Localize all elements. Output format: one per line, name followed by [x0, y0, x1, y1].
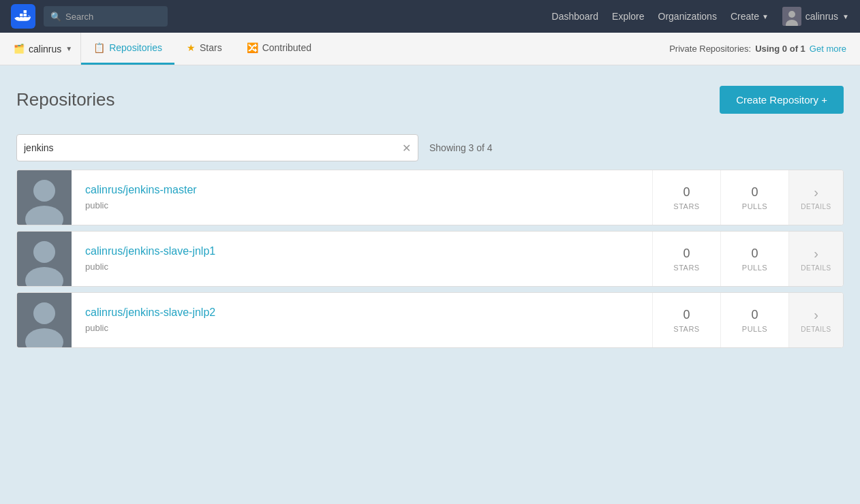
repo-info: calinrus/jenkins-slave-jnlp2 public: [72, 296, 652, 345]
repo-pulls-stat: 0 PULLS: [720, 170, 788, 225]
nav-explore[interactable]: Explore: [612, 11, 644, 22]
repo-tab-label: Repositories: [109, 42, 162, 53]
pulls-label: PULLS: [742, 264, 767, 272]
repo-avatar: [17, 232, 72, 286]
search-input[interactable]: [65, 12, 161, 22]
repo-stars-stat: 0 STARS: [652, 232, 720, 286]
docker-logo[interactable]: [11, 4, 35, 29]
svg-point-13: [33, 241, 55, 263]
repo-visibility: public: [85, 200, 108, 210]
repo-avatar: [17, 170, 72, 225]
chevron-right-icon: ›: [814, 185, 818, 200]
nav-dashboard[interactable]: Dashboard: [552, 11, 599, 22]
repo-info: calinrus/jenkins-master public: [72, 173, 652, 222]
clear-search-icon[interactable]: ✕: [402, 142, 411, 155]
repo-details-button[interactable]: › DETAILS: [788, 293, 843, 347]
create-repository-button[interactable]: Create Repository +: [720, 86, 844, 114]
account-label: calinrus: [29, 44, 61, 54]
svg-point-10: [33, 180, 55, 202]
contributed-tab-icon: 🔀: [247, 42, 258, 53]
details-label: DETAILS: [801, 264, 831, 272]
repo-name-link[interactable]: calinrus/jenkins-master: [85, 184, 639, 196]
user-menu[interactable]: calinrus ▼: [782, 7, 849, 26]
svg-point-7: [788, 11, 795, 18]
search-icon: 🔍: [50, 12, 61, 22]
repo-visibility: public: [85, 323, 108, 333]
details-label: DETAILS: [801, 203, 831, 210]
private-repos-label: Private Repositories:: [669, 44, 751, 54]
private-repos-usage: Using 0 of 1: [755, 44, 805, 54]
chevron-right-icon: ›: [814, 246, 818, 262]
repo-avatar: [17, 293, 72, 347]
contributed-tab-label: Contributed: [262, 42, 311, 53]
chevron-right-icon: ›: [814, 307, 818, 323]
create-dropdown[interactable]: Create ▼: [731, 11, 769, 22]
table-row: calinrus/jenkins-slave-jnlp2 public 0 ST…: [16, 292, 844, 348]
sub-navigation: 🗂️ calinrus ▼ 📋 Repositories ★ Stars 🔀 C…: [0, 33, 860, 65]
private-repos-info: Private Repositories: Using 0 of 1 Get m…: [669, 33, 846, 65]
repo-info: calinrus/jenkins-slave-jnlp1 public: [72, 234, 652, 283]
repo-name-link[interactable]: calinrus/jenkins-slave-jnlp1: [85, 245, 639, 257]
repo-pulls-stat: 0 PULLS: [720, 232, 788, 286]
avatar: [782, 7, 801, 26]
sub-nav-tabs: 📋 Repositories ★ Stars 🔀 Contributed: [81, 33, 324, 65]
pulls-count: 0: [751, 308, 758, 322]
stars-count: 0: [683, 185, 690, 200]
nav-links: Dashboard Explore Organizations Create ▼…: [552, 7, 849, 26]
repo-visibility: public: [85, 262, 108, 272]
svg-rect-3: [20, 14, 22, 16]
table-row: calinrus/jenkins-slave-jnlp1 public 0 ST…: [16, 231, 844, 287]
repo-details-button[interactable]: › DETAILS: [788, 232, 843, 286]
stars-label: STARS: [673, 325, 699, 333]
repo-name-link[interactable]: calinrus/jenkins-slave-jnlp2: [85, 306, 639, 319]
tab-stars[interactable]: ★ Stars: [174, 33, 234, 65]
repo-search-input[interactable]: [24, 142, 402, 153]
svg-rect-4: [24, 14, 27, 16]
search-box[interactable]: 🔍: [44, 6, 168, 27]
top-navigation: 🔍 Dashboard Explore Organizations Create…: [0, 0, 860, 33]
account-selector[interactable]: 🗂️ calinrus ▼: [14, 33, 81, 65]
repo-stars-stat: 0 STARS: [652, 293, 720, 347]
repo-stars-stat: 0 STARS: [652, 170, 720, 225]
repo-search-box[interactable]: ✕: [16, 134, 418, 161]
stars-label: STARS: [673, 202, 699, 210]
pulls-count: 0: [751, 185, 758, 200]
stars-count: 0: [683, 247, 690, 261]
repo-tab-icon: 📋: [93, 42, 105, 53]
svg-rect-5: [24, 10, 27, 13]
showing-count: Showing 3 of 4: [429, 142, 493, 153]
username-label: calinrus: [805, 11, 838, 22]
tab-contributed[interactable]: 🔀 Contributed: [234, 33, 324, 65]
page-header: Repositories Create Repository +: [16, 86, 844, 114]
repo-pulls-stat: 0 PULLS: [720, 293, 788, 347]
repo-details-button[interactable]: › DETAILS: [788, 170, 843, 225]
main-content: Repositories Create Repository + ✕ Showi…: [0, 65, 860, 364]
table-row: calinrus/jenkins-master public 0 STARS 0…: [16, 170, 844, 225]
pulls-label: PULLS: [742, 325, 767, 333]
page-title: Repositories: [16, 89, 115, 110]
stars-tab-label: Stars: [200, 42, 222, 53]
details-label: DETAILS: [801, 326, 831, 333]
stars-tab-icon: ★: [187, 42, 196, 53]
repository-list: calinrus/jenkins-master public 0 STARS 0…: [16, 170, 844, 348]
tab-repositories[interactable]: 📋 Repositories: [81, 33, 174, 65]
pulls-label: PULLS: [742, 202, 767, 210]
nav-organizations[interactable]: Organizations: [658, 11, 717, 22]
stars-count: 0: [683, 308, 690, 322]
get-more-link[interactable]: Get more: [810, 44, 846, 54]
svg-point-16: [33, 302, 55, 324]
search-row: ✕ Showing 3 of 4: [16, 134, 844, 161]
stars-label: STARS: [673, 264, 699, 272]
pulls-count: 0: [751, 247, 758, 261]
